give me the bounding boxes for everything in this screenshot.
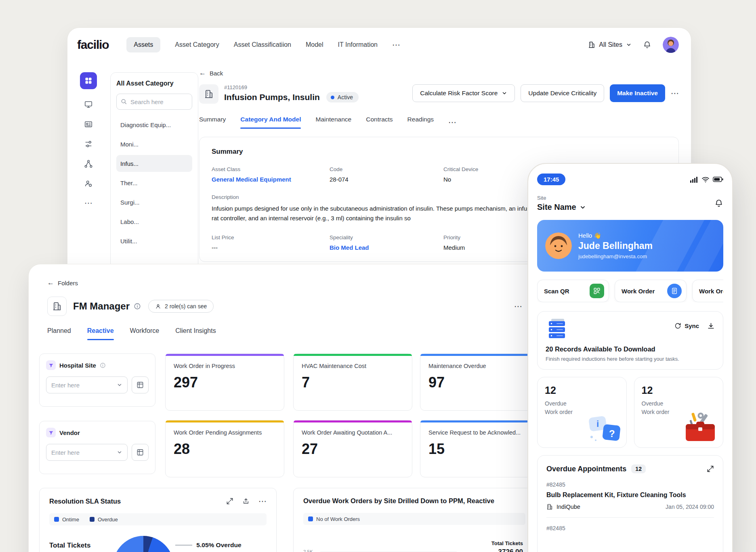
legend-overdue: Overdue: [90, 516, 118, 523]
nav-asset-classification[interactable]: Asset Classificatiion: [234, 41, 291, 48]
rail-dashboard-icon[interactable]: [80, 72, 97, 89]
search-icon: [121, 98, 127, 105]
site-name-dropdown[interactable]: Site Name: [537, 203, 586, 212]
tab-workforce[interactable]: Workforce: [130, 327, 160, 340]
folders-label: Folders: [58, 280, 78, 286]
kpi-service-request-acknowledge[interactable]: Service Request to be Acknowled... 15: [420, 420, 539, 477]
work-order-button[interactable]: Work Order: [615, 280, 687, 302]
records-subtitle: Finish required inductions here before s…: [546, 356, 715, 362]
user-email: judebellingham@investa.com: [578, 253, 653, 259]
expand-icon[interactable]: [707, 465, 714, 473]
category-item-diagnostic[interactable]: Diagnostic Equip...: [116, 116, 192, 133]
category-item-surgical[interactable]: Surgi...: [116, 194, 192, 211]
status-label: Active: [338, 94, 353, 100]
nav-assets[interactable]: Assets: [126, 37, 160, 52]
download-icon[interactable]: [707, 322, 715, 330]
tabs-more-icon[interactable]: ⋯: [448, 118, 456, 126]
asset-actions: Calculate Risk Factor Score Update Devic…: [412, 84, 679, 102]
all-sites-dropdown[interactable]: All Sites: [588, 41, 632, 48]
kpi-maintenance-overdue[interactable]: Maintenance Overdue 97: [420, 353, 539, 411]
module-rail: ⋯: [76, 72, 101, 207]
dashboard-more-icon[interactable]: ⋯: [514, 302, 522, 310]
hospital-site-select[interactable]: Enter here: [46, 376, 128, 393]
rail-controls-icon[interactable]: [84, 140, 93, 148]
tab-client-insights[interactable]: Client Insights: [175, 327, 216, 340]
category-item-therapy[interactable]: Ther...: [116, 174, 192, 191]
category-item-infusion[interactable]: Infus...: [116, 155, 192, 172]
filter-label: Vendor: [59, 429, 80, 436]
table-picker-button[interactable]: [132, 444, 149, 461]
rail-network-icon[interactable]: [84, 159, 93, 168]
overdue-workorder-stat-card-2[interactable]: 12 Overdue Work order: [634, 377, 724, 448]
roles-badge[interactable]: 2 role(s) can see: [148, 300, 214, 313]
scan-qr-button[interactable]: Scan QR: [537, 280, 609, 302]
expand-icon[interactable]: [226, 498, 233, 505]
nav-it-information[interactable]: IT Information: [338, 41, 378, 48]
tab-contracts[interactable]: Contracts: [366, 116, 393, 129]
tab-category-and-model[interactable]: Category And Model: [240, 116, 301, 129]
tab-summary[interactable]: Summary: [199, 116, 226, 129]
nav-asset-category[interactable]: Asset Category: [175, 41, 219, 48]
export-icon[interactable]: [242, 498, 250, 505]
overdue-bar-chart: 2.5K Total Tickets 3726.00: [303, 531, 525, 552]
appointment-ticket-name[interactable]: Bulb Replacement Kit, Fixture Cleaning T…: [546, 491, 714, 499]
records-title: 20 Records Available To Download: [546, 345, 715, 353]
appointment-site: IndiQube: [556, 504, 580, 510]
rail-user-settings-icon[interactable]: [84, 179, 93, 188]
wifi-icon: [701, 176, 710, 183]
calculate-risk-button[interactable]: Calculate Risk Factor Score: [412, 84, 515, 102]
make-inactive-button[interactable]: Make Inactive: [610, 84, 665, 102]
asset-more-icon[interactable]: ⋯: [671, 89, 679, 97]
appointment-ticket-id: #82485: [546, 481, 714, 488]
rail-devices-icon[interactable]: [84, 100, 93, 109]
user-avatar[interactable]: [663, 37, 679, 53]
roles-label: 2 role(s) can see: [165, 303, 207, 309]
overdue-chart-legend: No of Work Orders: [303, 513, 525, 525]
speciality-link[interactable]: Bio Med Lead: [330, 244, 443, 251]
sla-legend: Ontime Overdue: [49, 513, 267, 525]
all-sites-label: All Sites: [599, 41, 622, 48]
update-criticality-button[interactable]: Update Device Criticality: [521, 84, 604, 102]
nav-model[interactable]: Model: [306, 41, 323, 48]
category-item-laboratory[interactable]: Labo...: [116, 213, 192, 230]
sla-more-icon[interactable]: ⋯: [258, 497, 267, 505]
kpi-work-order-in-progress[interactable]: Work Order in Progress 297: [165, 353, 284, 411]
kpi-hvac-maintenance-cost[interactable]: HVAC Maintenance Cost 7: [293, 353, 412, 411]
category-list: Diagnostic Equip... Moni... Infus... The…: [116, 116, 192, 249]
category-search-input[interactable]: [130, 98, 188, 105]
asset-class-link[interactable]: General Medical Equipment: [212, 176, 330, 183]
folders-back-link[interactable]: ← Folders: [47, 279, 522, 287]
notifications-bell-icon[interactable]: [643, 41, 651, 49]
sync-button[interactable]: Sync: [674, 322, 699, 329]
category-item-monitoring[interactable]: Moni...: [116, 136, 192, 153]
category-panel-title: All Asset Category: [116, 80, 192, 87]
table-picker-button[interactable]: [132, 376, 149, 393]
notifications-bell-icon[interactable]: [714, 199, 723, 208]
tab-readings[interactable]: Readings: [407, 116, 434, 129]
tab-planned[interactable]: Planned: [47, 327, 71, 340]
back-link[interactable]: ← Back: [199, 69, 679, 77]
vendor-select[interactable]: Enter here: [46, 444, 128, 461]
info-icon[interactable]: [134, 303, 141, 310]
hospital-site-filter: Hospital Site Enter here: [39, 353, 155, 407]
kpi-work-order-pending-assignments[interactable]: Work Order Pending Assignments 28: [165, 420, 284, 477]
category-search[interactable]: [116, 94, 192, 110]
field-asset-class: Asset Class General Medical Equipment: [212, 166, 330, 183]
category-item-utilities[interactable]: Utilit...: [116, 232, 192, 249]
rail-more-icon[interactable]: ⋯: [84, 199, 92, 207]
info-icon[interactable]: [100, 362, 106, 368]
tab-maintenance[interactable]: Maintenance: [315, 116, 351, 129]
user-avatar: [545, 232, 572, 259]
status-badge: Active: [326, 92, 359, 102]
tab-reactive[interactable]: Reactive: [87, 327, 114, 340]
records-download-card: Sync 20 Records Available To Download Fi…: [537, 311, 723, 370]
rail-idcard-icon[interactable]: [84, 120, 93, 129]
kpi-work-order-awaiting-quotation[interactable]: Work Order Awaiting Quotation A... 27: [293, 420, 412, 477]
work-order-button-2[interactable]: Work Order: [692, 280, 723, 302]
overdue-workorder-stat-card-1[interactable]: 12 Overdue Work order i?: [537, 377, 627, 448]
facilio-logo: facilio: [77, 38, 109, 52]
chevron-down-icon: [117, 382, 122, 388]
chevron-down-icon: [626, 42, 632, 48]
nav-more-icon[interactable]: ⋯: [392, 41, 400, 49]
person-icon: [155, 303, 161, 309]
